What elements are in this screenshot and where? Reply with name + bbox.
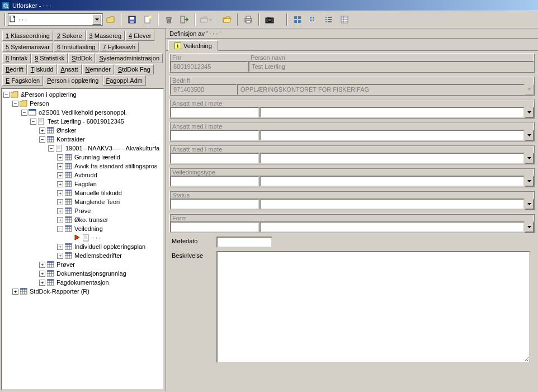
tree-expand-toggle[interactable]: + — [39, 262, 45, 268]
ansatt3-code[interactable] — [170, 153, 259, 164]
tree-row[interactable]: +Ønsker — [3, 126, 162, 135]
view-large-button[interactable] — [291, 13, 304, 26]
tree-expand-toggle[interactable]: + — [57, 190, 63, 196]
tree-expand-toggle[interactable]: + — [57, 244, 63, 250]
tree-expand-toggle[interactable]: − — [21, 110, 27, 116]
dropdown-arrow-button[interactable] — [92, 15, 101, 25]
tree-row[interactable]: +Øko. transer — [3, 215, 162, 224]
beskrivelse-textarea[interactable] — [216, 251, 530, 363]
nav-tab[interactable]: 1 Klasseordning — [2, 31, 53, 41]
ansatt3-dropdown[interactable] — [525, 153, 534, 164]
nav-tab[interactable]: Tilskudd — [27, 64, 57, 74]
tree-expand-toggle[interactable]: + — [39, 271, 45, 277]
nav-tab[interactable]: 5 Systemansvar — [2, 42, 53, 52]
tree-expand-toggle[interactable]: − — [12, 101, 18, 107]
tree-expand-toggle[interactable]: + — [39, 127, 45, 134]
veiltype-code[interactable] — [170, 176, 259, 187]
view-small-button[interactable] — [306, 13, 320, 26]
nav-tab[interactable]: 6 Inn/utlasting — [54, 42, 99, 52]
nav-tab[interactable]: StdDok Fag — [115, 64, 154, 74]
tree-view[interactable]: −&Person i opplæring−Person−o2S001 Vedli… — [1, 88, 164, 390]
print-button[interactable] — [242, 13, 255, 26]
veiltype-name[interactable] — [259, 176, 525, 187]
tree-expand-toggle[interactable]: − — [39, 136, 45, 143]
tree-expand-toggle[interactable]: + — [57, 208, 63, 214]
tree-expand-toggle[interactable]: + — [57, 253, 63, 259]
nav-tab[interactable]: Fagoppl.Adm — [103, 75, 146, 86]
tree-row[interactable]: +Prøve — [3, 206, 162, 215]
ansatt2-dropdown[interactable] — [525, 130, 534, 141]
save-button[interactable] — [125, 13, 139, 26]
tree-row[interactable]: +Prøver — [3, 260, 162, 269]
nav-tab[interactable]: 3 Massereg — [86, 31, 125, 41]
tree-expand-toggle[interactable]: + — [57, 217, 63, 223]
tree-row[interactable]: +Manglende Teori — [3, 197, 162, 206]
tree-expand-toggle[interactable]: + — [57, 181, 63, 187]
nav-tab[interactable]: 2 Søkere — [54, 31, 86, 41]
new-button[interactable] — [141, 13, 154, 26]
folder-up-button[interactable] — [104, 13, 117, 26]
tree-row[interactable]: +StdDok-Rapporter (R) — [3, 287, 162, 296]
tree-row[interactable]: −Person — [3, 99, 162, 108]
nav-tab[interactable]: 4 Elever — [125, 31, 154, 41]
tree-row[interactable]: −o2S001 Vedlikehold personoppl. — [3, 108, 162, 117]
nav-tab[interactable]: Systemadministrasjon — [96, 53, 163, 63]
tree-expand-toggle[interactable]: − — [57, 226, 63, 232]
open-button[interactable] — [199, 13, 213, 26]
tree-row[interactable]: −Veiledning — [3, 224, 162, 233]
tree-row[interactable]: +Medlemsbedrifter — [3, 251, 162, 260]
nav-tab[interactable]: Person i opplæring — [44, 75, 102, 86]
toolbar-context-dropdown[interactable]: · · · — [8, 13, 103, 26]
tree-row[interactable]: +Fagdokumentasjon — [3, 278, 162, 287]
nav-tab[interactable]: 8 Inntak — [2, 53, 31, 63]
form-dropdown[interactable] — [525, 221, 534, 233]
tree-expand-toggle[interactable]: + — [39, 280, 45, 286]
tree-expand-toggle[interactable]: + — [57, 172, 63, 178]
tree-expand-toggle[interactable]: − — [48, 145, 54, 152]
ansatt3-name[interactable] — [259, 153, 525, 164]
tree-expand-toggle[interactable]: + — [57, 199, 63, 205]
tree-row[interactable]: −Test Lærling - 60019012345 — [3, 117, 162, 126]
ansatt2-name[interactable] — [259, 130, 525, 141]
tree-expand-toggle[interactable]: + — [57, 163, 63, 169]
status-code[interactable] — [170, 199, 259, 210]
status-name[interactable] — [259, 199, 525, 210]
nav-tab[interactable]: StdDok — [68, 53, 95, 63]
ansatt2-code[interactable] — [170, 130, 259, 141]
tab-veiledning[interactable]: i Veiledning — [168, 40, 218, 51]
veiltype-dropdown[interactable] — [525, 176, 534, 187]
nav-tab[interactable]: Bedrift — [2, 64, 27, 74]
camera-button[interactable] — [263, 13, 276, 26]
tree-expand-toggle[interactable]: − — [30, 119, 36, 125]
tree-expand-toggle[interactable]: + — [12, 289, 18, 295]
tree-row[interactable]: −19001 - NAAKV3---- - Akvakulturfa — [3, 144, 162, 153]
motedato-input[interactable] — [216, 237, 272, 248]
tree-row[interactable]: +Grunnlag læretid — [3, 153, 162, 162]
tree-row[interactable]: +Dokumentasjonsgrunnlag — [3, 269, 162, 278]
tree-row[interactable]: +Individuell opplæringsplan — [3, 242, 162, 251]
nav-tab[interactable]: E Fagskolen — [2, 75, 43, 86]
open-folder-button[interactable] — [220, 13, 234, 26]
ansatt1-dropdown[interactable] — [525, 107, 534, 118]
form-code[interactable] — [170, 221, 259, 233]
ansatt1-name[interactable] — [259, 107, 525, 118]
nav-tab[interactable]: Ansatt — [57, 64, 81, 74]
tree-row[interactable]: +Manuelle tilskudd — [3, 188, 162, 197]
tree-row[interactable]: +Avbrudd — [3, 171, 162, 180]
tree-row[interactable]: · · · — [3, 233, 162, 242]
delete-button[interactable] — [162, 13, 176, 26]
nav-tab[interactable]: Nemnder — [82, 64, 114, 74]
nav-tab[interactable]: 9 Statistikk — [31, 53, 68, 63]
tree-row[interactable]: +Fagplan — [3, 180, 162, 188]
tree-expand-toggle[interactable]: − — [3, 92, 10, 98]
view-list-button[interactable] — [322, 13, 336, 26]
ansatt1-code[interactable] — [170, 107, 259, 118]
exit-button[interactable] — [178, 13, 191, 26]
form-name[interactable] — [259, 221, 525, 233]
nav-tab[interactable]: 7 Fylkesavh — [99, 42, 139, 52]
tree-row[interactable]: −&Person i opplæring — [3, 90, 162, 99]
tree-expand-toggle[interactable]: + — [57, 154, 63, 160]
status-dropdown[interactable] — [525, 199, 534, 210]
tree-row[interactable]: −Kontrakter — [3, 135, 162, 144]
tree-row[interactable]: +Avvik fra standard stillingspros — [3, 162, 162, 171]
